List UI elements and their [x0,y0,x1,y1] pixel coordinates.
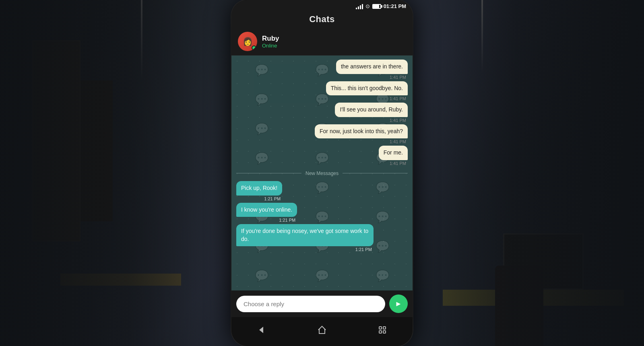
time-5: 1:41 PM [379,161,408,166]
home-icon [317,325,327,335]
time-7: 1:21 PM [236,218,297,222]
signal-bar-3 [360,5,361,9]
bubble-4: For now, just look into this, yeah? [315,124,408,139]
contact-status: Online [262,43,279,49]
svg-rect-4 [383,331,386,333]
back-icon [257,325,266,335]
input-area: ► [231,290,413,317]
chat-header: 👩 Ruby Online [231,28,413,56]
message-1: the answers are in there. 1:41 PM [336,60,408,80]
svg-rect-1 [379,327,382,329]
chat-area: 💬 💬 💬 💬 💬 💬 💬 💬 💬 💬 💬 💬 💬 💬 💬 💬 [231,56,413,290]
avatar: 👩 [238,32,257,51]
bubble-5: For me. [379,146,408,160]
bubble-2: This... this isn't goodbye. No. [326,81,408,96]
message-7: I know you're online. 1:21 PM [236,203,297,223]
divider-line-right [343,173,408,173]
signal-bar-4 [362,4,363,9]
signal-bar-1 [356,8,357,9]
phone-wrapper: ⊙ 01:21 PM Chats 👩 Ruby Online [231,0,413,346]
bubble-8: If you're done being nosey, we've got so… [236,224,374,246]
battery-icon [372,4,381,9]
svg-rect-2 [383,327,386,329]
battery-fill [373,5,379,8]
send-icon: ► [395,300,402,308]
signal-bars-icon [356,4,363,9]
svg-rect-3 [379,331,382,333]
message-8: If you're done being nosey, we've got so… [236,224,374,252]
wifi-icon: ⊙ [365,3,370,9]
time-2: 1:41 PM [326,96,408,101]
time-1: 1:41 PM [336,75,408,80]
phone: ⊙ 01:21 PM Chats 👩 Ruby Online [231,0,413,346]
time-8: 1:21 PM [236,247,374,252]
message-6: Pick up, Rook! 1:21 PM [236,181,282,201]
apps-icon [378,325,387,335]
signal-bar-2 [358,6,359,9]
contact-name: Ruby [262,35,279,43]
message-5: For me. 1:41 PM [379,146,408,166]
message-2: This... this isn't goodbye. No. 1:41 PM [326,81,408,101]
apps-button[interactable] [369,322,395,338]
status-bar-right: ⊙ 01:21 PM [356,3,406,9]
online-indicator [252,45,256,50]
svg-marker-0 [259,327,263,333]
app-title: Chats [309,14,335,24]
bubble-1: the answers are in there. [336,60,408,74]
app-title-bar: Chats [231,12,413,28]
reply-input[interactable] [236,296,385,312]
bubble-6: Pick up, Rook! [236,181,282,196]
time-3: 1:41 PM [335,118,408,123]
message-4: For now, just look into this, yeah? 1:41… [315,124,408,144]
new-messages-divider: New Messages [236,171,408,176]
bubble-3: I'll see you around, Ruby. [335,103,408,117]
back-button[interactable] [249,322,275,338]
divider-line-left [236,173,301,173]
messages-container: the answers are in there. 1:41 PM This..… [231,56,413,290]
send-button[interactable]: ► [389,295,408,313]
bubble-7: I know you're online. [236,203,297,217]
status-time: 01:21 PM [384,3,406,9]
time-6: 1:21 PM [236,196,282,201]
contact-info: Ruby Online [262,35,279,49]
divider-text: New Messages [305,171,339,176]
status-bar: ⊙ 01:21 PM [231,0,413,12]
home-button[interactable] [309,322,335,338]
message-3: I'll see you around, Ruby. 1:41 PM [335,103,408,123]
time-4: 1:41 PM [315,139,408,144]
navigation-bar [231,317,413,346]
